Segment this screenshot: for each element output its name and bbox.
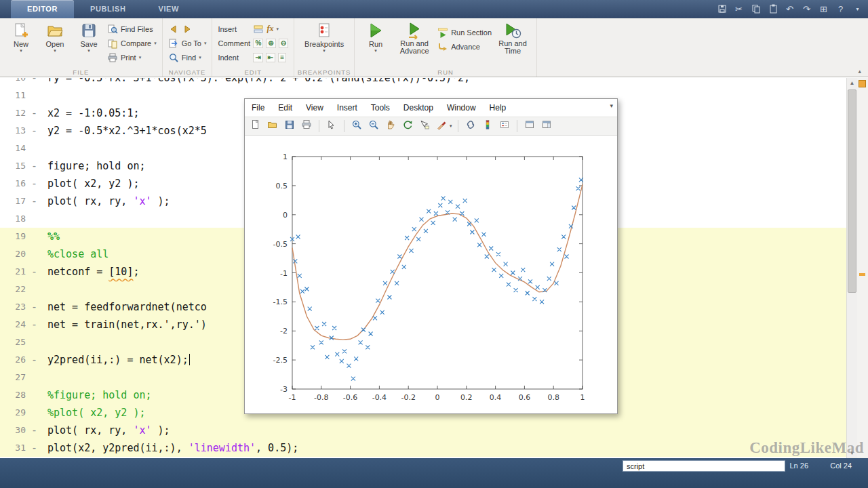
line-exec-marker[interactable]	[31, 333, 47, 351]
edit-plot-button[interactable]	[325, 119, 338, 133]
insert-legend-button[interactable]	[498, 119, 511, 133]
data-cursor-button[interactable]	[418, 119, 431, 133]
code-text[interactable]: %figure; hold on;	[47, 386, 152, 404]
goto-button[interactable]: Go To ▾	[168, 37, 207, 49]
editor-vertical-scrollbar[interactable]: ▲ ▼	[846, 78, 857, 458]
line-exec-marker[interactable]: -	[31, 104, 47, 122]
find-files-button[interactable]: Find Files	[107, 22, 157, 35]
code-text[interactable]: %close all	[47, 245, 108, 263]
open-button[interactable]: Open ▾	[39, 20, 71, 52]
breakpoints-button[interactable]: Breakpoints ▾	[300, 20, 349, 68]
undo-quick-button[interactable]: ↶	[782, 2, 797, 16]
code-text[interactable]: plot(x2, y2pred(ii,:), 'linewidth', 0.5)…	[47, 439, 298, 457]
line-exec-marker[interactable]	[31, 369, 47, 386]
line-exec-marker[interactable]: -	[31, 422, 47, 439]
print-button[interactable]: Print ▾	[107, 51, 157, 64]
redo-quick-button[interactable]: ↷	[799, 2, 814, 16]
code-text[interactable]: plot( rx, ry, 'x' );	[47, 422, 170, 439]
line-exec-marker[interactable]	[31, 210, 47, 228]
tab-editor[interactable]: EDITOR	[11, 0, 74, 18]
figure-window[interactable]: FileEditViewInsertToolsDesktopWindowHelp…	[244, 98, 618, 414]
line-exec-marker[interactable]: -	[31, 316, 47, 333]
line-exec-marker[interactable]	[31, 386, 47, 404]
zoom-out-button[interactable]	[367, 119, 380, 133]
code-line-31[interactable]: 31-plot(x2, y2pred(ii,:), 'linewidth', 0…	[0, 439, 846, 457]
line-exec-marker[interactable]: -	[31, 78, 47, 87]
copy-quick-button[interactable]	[748, 2, 764, 16]
code-line-30[interactable]: 30-plot( rx, ry, 'x' );	[0, 422, 846, 439]
line-exec-marker[interactable]: -	[31, 192, 47, 210]
status-mode[interactable]: script	[623, 460, 785, 472]
brush-button[interactable]	[435, 119, 448, 133]
code-text[interactable]: y2pred(ii,:) = net(x2);	[47, 351, 190, 369]
open-figure-button[interactable]	[266, 119, 279, 133]
quick-access-overflow-icon[interactable]: ▾	[850, 2, 865, 16]
pan-button[interactable]	[384, 119, 397, 133]
uncomment-icon[interactable]: ⊖	[279, 39, 288, 48]
code-text[interactable]: x2 = -1:0.05:1;	[47, 104, 139, 122]
indent-row[interactable]: Indent ⇥ ⇤ ≡	[218, 51, 288, 64]
rotate-3d-button[interactable]	[401, 119, 414, 133]
find-button[interactable]: Find ▾	[168, 51, 207, 64]
print-figure-button[interactable]	[300, 119, 313, 133]
menu-overflow-icon[interactable]: ▾	[610, 102, 613, 109]
figure-menu-insert[interactable]: Insert	[337, 103, 357, 113]
cut-quick-button[interactable]: ✂	[731, 2, 747, 16]
smart-indent-icon[interactable]: ≡	[278, 53, 286, 62]
code-text[interactable]: plot( x2, y2 );	[47, 175, 139, 192]
layout-quick-button[interactable]: ⊞	[816, 2, 831, 16]
save-quick-button[interactable]	[714, 2, 730, 16]
paste-quick-button[interactable]	[765, 2, 781, 16]
scroll-up-icon[interactable]: ▲	[847, 80, 857, 86]
code-text[interactable]: y2 = -0.5*x2.^3+1*cos(x2*5	[47, 122, 207, 140]
line-exec-marker[interactable]	[31, 140, 47, 157]
back-button[interactable]	[168, 24, 179, 35]
code-text[interactable]: plot( rx, ry, 'x' );	[47, 192, 170, 210]
scrollbar-thumb[interactable]	[848, 89, 856, 293]
line-exec-marker[interactable]: -	[31, 175, 47, 192]
advance-button[interactable]: Advance	[437, 40, 492, 53]
figure-menu-window[interactable]: Window	[447, 103, 476, 113]
new-button[interactable]: New ▾	[5, 20, 37, 52]
save-button[interactable]: Save ▾	[73, 20, 104, 52]
insert-row[interactable]: Insert fx ▾	[218, 22, 288, 35]
forward-button[interactable]	[182, 24, 193, 35]
run-section-button[interactable]: Run Section	[437, 26, 492, 39]
code-text[interactable]: %%	[47, 228, 60, 245]
line-exec-marker[interactable]	[31, 281, 47, 298]
line-exec-marker[interactable]: -	[31, 263, 47, 281]
indent-right-icon[interactable]: ⇥	[253, 53, 262, 62]
comment-wrap-icon[interactable]: ⊕	[266, 39, 275, 48]
figure-menu-edit[interactable]: Edit	[278, 103, 292, 113]
line-exec-marker[interactable]	[31, 228, 47, 245]
code-text[interactable]: net = feedforwardnet(netco	[47, 298, 207, 316]
code-text[interactable]: ry = -0.5*rx.^3+1*cos(rx*5).*exp(rx).^2 …	[47, 78, 470, 87]
hide-plot-tools-button[interactable]	[523, 119, 536, 133]
code-line-10[interactable]: 10-ry = -0.5*rx.^3+1*cos(rx*5).*exp(rx).…	[0, 78, 846, 87]
brush-dropdown-icon[interactable]: ▾	[450, 123, 452, 129]
run-button[interactable]: Run ▾	[360, 20, 391, 52]
figure-menu-view[interactable]: View	[306, 103, 323, 113]
code-text[interactable]: net = train(net,rx.',ry.')	[47, 316, 207, 333]
figure-menu-help[interactable]: Help	[490, 103, 507, 113]
insert-function-icon[interactable]: fx	[267, 24, 273, 34]
line-exec-marker[interactable]: -	[31, 351, 47, 369]
code-text[interactable]: netconf = [10];	[47, 263, 139, 281]
comment-row[interactable]: Comment % ⊕ ⊖	[218, 37, 288, 49]
run-and-time-button[interactable]: Run and Time	[494, 20, 531, 55]
comment-icon[interactable]: %	[253, 39, 263, 48]
show-plot-tools-button[interactable]	[540, 119, 553, 133]
code-analyzer-status-icon[interactable]	[859, 80, 866, 87]
tab-view[interactable]: VIEW	[142, 0, 195, 18]
compare-button[interactable]: Compare ▾	[107, 37, 157, 49]
line-exec-marker[interactable]	[31, 404, 47, 422]
save-figure-button[interactable]	[283, 119, 296, 133]
plot-canvas[interactable]: -1-0.8-0.6-0.4-0.200.20.40.60.81-3-2.5-2…	[245, 136, 617, 413]
tab-publish[interactable]: PUBLISH	[74, 0, 142, 18]
line-exec-marker[interactable]	[31, 245, 47, 263]
code-text[interactable]: figure; hold on;	[47, 157, 146, 175]
line-exec-marker[interactable]	[31, 87, 47, 104]
line-exec-marker[interactable]: -	[31, 122, 47, 140]
collapse-ribbon-icon[interactable]: ▴	[858, 68, 861, 75]
line-exec-marker[interactable]: -	[31, 298, 47, 316]
